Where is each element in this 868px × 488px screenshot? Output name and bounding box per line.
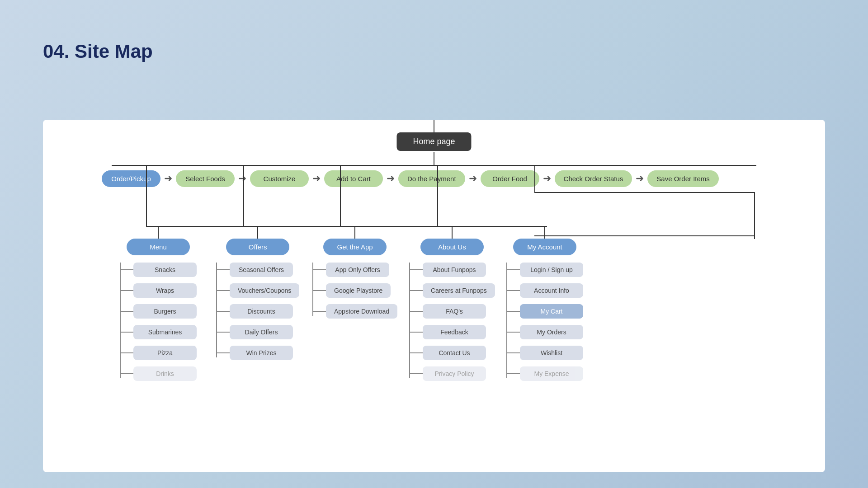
aboutus-item-faq[interactable]: FAQ's (409, 304, 495, 319)
getapp-v-top (354, 226, 355, 239)
flow-node-customize[interactable]: Customize (250, 170, 309, 187)
sitemap-container: Home page Order/Pickup ➜ Select Foods ➜ … (43, 120, 825, 472)
arrow-5: ➜ (469, 173, 477, 184)
offers-v-top (257, 226, 258, 239)
home-down-connector (434, 152, 434, 165)
my-account-bracket (534, 192, 755, 227)
arrow-6: ➜ (543, 173, 551, 184)
offers-item-vouchers[interactable]: Vouchers/Coupons (216, 283, 299, 298)
top-connector (434, 120, 434, 132)
offers-col: Offers Seasonal Offers Vouchers/Coupons … (216, 226, 299, 366)
flow-node-select[interactable]: Select Foods (176, 170, 235, 187)
aboutus-col: About Us About Funpops Careers at Funpop… (409, 226, 495, 387)
offers-node[interactable]: Offers (226, 239, 289, 255)
menu-item-snacks[interactable]: Snacks (120, 263, 197, 277)
home-node[interactable]: Home page (396, 132, 471, 151)
aboutus-item-contact[interactable]: Contact Us (409, 346, 495, 360)
myaccount-item-login[interactable]: Login / Sign up (506, 263, 583, 277)
bracket-top-line (534, 192, 755, 193)
menu-item-drinks[interactable]: Drinks (120, 366, 197, 381)
flow-node-order[interactable]: Order/Pickup (102, 170, 160, 187)
myaccount-item-cart[interactable]: My Cart (506, 304, 583, 319)
aboutus-v-top (452, 226, 453, 239)
offers-item-daily[interactable]: Daily Offers (216, 325, 299, 339)
v-to-offers (243, 165, 244, 226)
flow-node-addcart[interactable]: Add to Cart (324, 170, 383, 187)
aboutus-item-careers[interactable]: Careers at Funpops (409, 283, 495, 298)
v-to-myaccount (534, 165, 535, 192)
myaccount-col: My Account Login / Sign up Account Info … (506, 226, 583, 387)
aboutus-item-about[interactable]: About Funpops (409, 263, 495, 277)
getapp-item-apponly[interactable]: App Only Offers (312, 263, 397, 277)
aboutus-subitems: About Funpops Careers at Funpops FAQ's F… (409, 263, 495, 387)
flow-node-orderfood[interactable]: Order Food (481, 170, 539, 187)
flow-node-checkstatus[interactable]: Check Order Status (555, 170, 632, 187)
menu-item-submarines[interactable]: Submarines (120, 325, 197, 339)
myaccount-node[interactable]: My Account (513, 239, 576, 255)
menu-col: Menu Snacks Wraps Burgers Submarines Piz (120, 226, 197, 387)
menu-item-pizza[interactable]: Pizza (120, 346, 197, 360)
menu-v-top (158, 226, 159, 239)
offers-item-discounts[interactable]: Discounts (216, 304, 299, 319)
bracket-bottom-line (534, 235, 755, 236)
menu-item-burgers[interactable]: Burgers (120, 304, 197, 319)
page-title: 04. Site Map (43, 41, 153, 62)
myaccount-v-top (544, 226, 545, 239)
arrow-4: ➜ (387, 173, 395, 184)
v-to-getapp (340, 165, 341, 226)
flow-row: Order/Pickup ➜ Select Foods ➜ Customize … (102, 165, 816, 192)
getapp-item-google[interactable]: Google Playstore (312, 283, 397, 298)
arrow-7: ➜ (636, 173, 644, 184)
aboutus-item-privacy[interactable]: Privacy Policy (409, 366, 495, 381)
menu-item-wraps[interactable]: Wraps (120, 283, 197, 298)
v-to-aboutus (437, 165, 438, 226)
arrow-2: ➜ (238, 173, 246, 184)
getapp-node[interactable]: Get the App (323, 239, 387, 255)
flow-node-saveitems[interactable]: Save Order Items (647, 170, 719, 187)
myaccount-item-info[interactable]: Account Info (506, 283, 583, 298)
aboutus-node[interactable]: About Us (420, 239, 484, 255)
arrow-1: ➜ (164, 173, 172, 184)
v-to-menu (146, 165, 147, 226)
offers-item-seasonal[interactable]: Seasonal Offers (216, 263, 299, 277)
getapp-col: Get the App App Only Offers Google Plays… (312, 226, 397, 325)
bracket-right-side (754, 192, 755, 236)
myaccount-item-orders[interactable]: My Orders (506, 325, 583, 339)
getapp-subitems: App Only Offers Google Playstore Appstor… (312, 263, 397, 325)
flow-node-payment[interactable]: Do the Payment (398, 170, 465, 187)
myaccount-item-expense[interactable]: My Expense (506, 366, 583, 381)
menu-node[interactable]: Menu (127, 239, 190, 255)
getapp-item-appstore[interactable]: Appstore Download (312, 304, 397, 319)
arrow-3: ➜ (312, 173, 321, 184)
myaccount-item-wishlist[interactable]: Wishlist (506, 346, 583, 360)
offers-subitems: Seasonal Offers Vouchers/Coupons Discoun… (216, 263, 299, 366)
aboutus-item-feedback[interactable]: Feedback (409, 325, 495, 339)
offers-item-win[interactable]: Win Prizes (216, 346, 299, 360)
myaccount-subitems: Login / Sign up Account Info My Cart My … (506, 263, 583, 387)
menu-subitems: Snacks Wraps Burgers Submarines Pizza Dr… (120, 263, 197, 387)
